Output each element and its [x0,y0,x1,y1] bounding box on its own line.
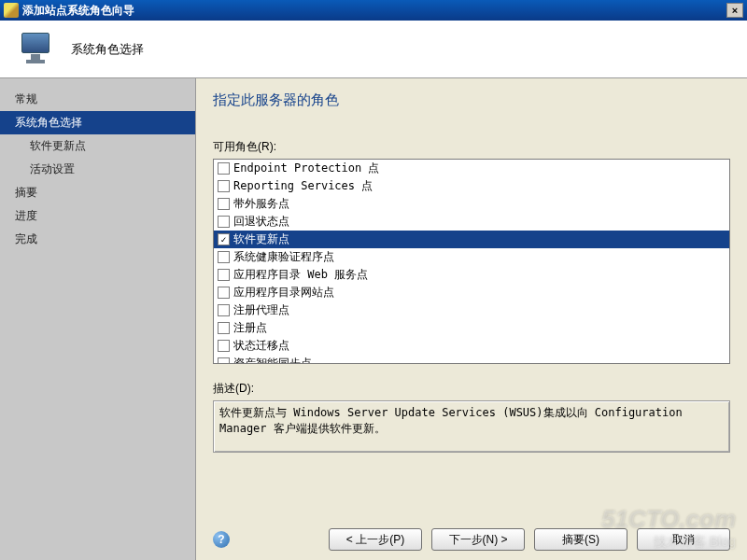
computer-icon [17,31,54,68]
role-label: 回退状态点 [233,214,289,230]
role-item[interactable]: 注册代理点 [214,301,729,319]
role-item[interactable]: 带外服务点 [214,195,729,213]
nav-item[interactable]: 活动设置 [0,158,195,181]
nav-sidebar: 常规系统角色选择软件更新点活动设置摘要进度完成 [0,78,196,560]
role-label: 软件更新点 [233,231,289,247]
role-label: 系统健康验证程序点 [233,249,334,265]
role-label: 注册代理点 [233,302,289,318]
role-checkbox[interactable]: ✓ [218,233,230,245]
close-button[interactable]: × [726,3,743,18]
page-heading: 指定此服务器的角色 [213,91,730,109]
role-item[interactable]: Endpoint Protection 点 [214,160,729,177]
roles-label: 可用角色(R): [213,139,730,155]
role-item[interactable]: 系统健康验证程序点 [214,248,729,266]
cancel-button[interactable]: 取消 [637,528,730,551]
main-panel: 指定此服务器的角色 可用角色(R): Endpoint Protection 点… [196,78,747,560]
nav-item[interactable]: 完成 [0,228,195,251]
role-checkbox[interactable] [218,340,230,352]
previous-button[interactable]: < 上一步(P) [329,528,422,551]
role-label: Endpoint Protection 点 [233,161,380,176]
nav-item[interactable]: 常规 [0,88,195,111]
help-icon: ? [218,533,224,546]
role-checkbox[interactable] [218,251,230,263]
help-button[interactable]: ? [213,531,230,548]
role-checkbox[interactable] [218,269,230,281]
role-checkbox[interactable] [218,216,230,228]
role-checkbox[interactable] [218,180,230,192]
role-label: 应用程序目录网站点 [233,285,334,301]
button-bar: ? < 上一步(P) 下一步(N) > 摘要(S) 取消 [213,528,730,551]
close-icon: × [732,5,738,16]
description-textbox[interactable]: 软件更新点与 Windows Server Update Services (W… [213,400,730,453]
role-item[interactable]: 回退状态点 [214,213,729,231]
role-checkbox[interactable] [218,162,230,175]
wizard-icon [4,3,19,18]
window-title: 添加站点系统角色向导 [22,3,134,19]
role-checkbox[interactable] [218,357,230,364]
role-item[interactable]: ✓软件更新点 [214,231,729,248]
role-item[interactable]: 状态迁移点 [214,337,729,355]
role-checkbox[interactable] [218,287,230,299]
nav-item[interactable]: 进度 [0,204,195,228]
role-checkbox[interactable] [218,322,230,334]
next-button[interactable]: 下一步(N) > [431,528,525,551]
role-label: 注册点 [233,320,267,336]
role-checkbox[interactable] [218,198,230,210]
titlebar: 添加站点系统角色向导 × [0,0,747,21]
role-label: 应用程序目录 Web 服务点 [233,267,368,283]
role-item[interactable]: 注册点 [214,319,729,337]
role-label: 状态迁移点 [233,338,289,354]
nav-item[interactable]: 系统角色选择 [0,111,195,134]
description-label: 描述(D): [213,381,730,397]
role-checkbox[interactable] [218,304,230,316]
nav-item[interactable]: 摘要 [0,181,195,204]
role-label: Reporting Services 点 [233,178,373,194]
header-banner: 系统角色选择 [0,21,747,78]
role-label: 资产智能同步点 [233,356,312,364]
role-item[interactable]: 应用程序目录网站点 [214,284,729,301]
role-item[interactable]: 资产智能同步点 [214,355,729,364]
nav-item[interactable]: 软件更新点 [0,134,195,158]
header-title: 系统角色选择 [71,41,144,58]
role-item[interactable]: 应用程序目录 Web 服务点 [214,266,729,284]
summary-button[interactable]: 摘要(S) [534,528,627,551]
role-item[interactable]: Reporting Services 点 [214,177,729,195]
role-label: 带外服务点 [233,196,289,212]
roles-listbox[interactable]: Endpoint Protection 点Reporting Services … [213,159,730,364]
